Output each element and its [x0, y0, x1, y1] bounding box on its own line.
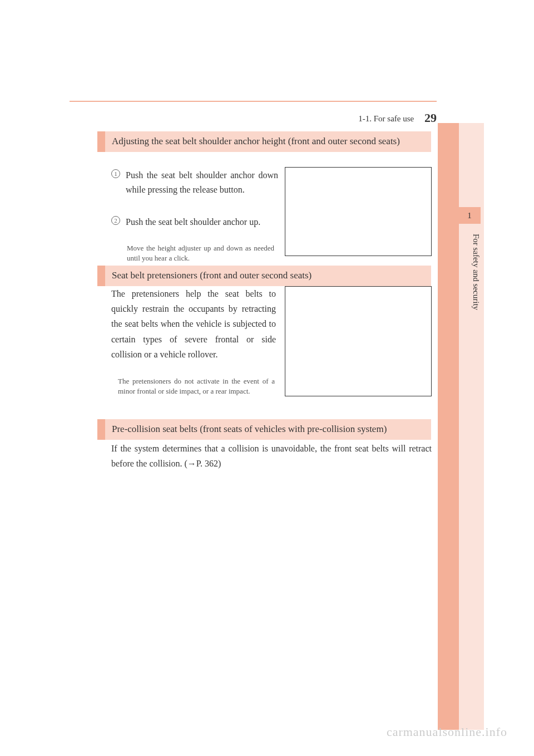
- section-heading-3-text: Pre-collision seat belts (front seats of…: [105, 419, 431, 440]
- section-heading-3: Pre-collision seat belts (front seats of…: [97, 419, 431, 440]
- illustration-placeholder-1: [285, 167, 432, 256]
- section-accent-bar: [97, 266, 105, 286]
- section-accent-bar: [97, 419, 105, 440]
- section-heading-1-text: Adjusting the seat belt shoulder anchor …: [105, 131, 431, 152]
- side-tab-chapter: 1: [458, 207, 481, 224]
- list-item-1-text: Push the seat belt shoulder anchor down …: [126, 168, 278, 197]
- list-item-2-subnote: Move the height adjuster up and down as …: [127, 243, 274, 263]
- section-heading-1: Adjusting the seat belt shoulder anchor …: [97, 131, 431, 152]
- section-heading-2: Seat belt pretensioners (front and outer…: [97, 266, 431, 286]
- list-item-2: 2 Push the seat belt shoulder anchor up.: [111, 215, 278, 229]
- section-label-text: 1-1. For safe use: [358, 114, 414, 123]
- section-2-para: The pretensioners help the seat belts to…: [111, 286, 276, 362]
- watermark-text: carmanualsonline.info: [0, 725, 534, 739]
- circled-number-icon: 1: [111, 169, 120, 178]
- side-tab-inner: [438, 123, 459, 730]
- page-number-text: 29: [424, 111, 437, 125]
- side-tab-title: For safety and security: [458, 234, 481, 310]
- section-heading-2-text: Seat belt pretensioners (front and outer…: [105, 266, 431, 286]
- list-item-2-text: Push the seat belt shoulder anchor up.: [126, 215, 260, 229]
- section-3-para: If the system determines that a collisio…: [111, 441, 432, 471]
- circled-number-icon: 2: [111, 216, 120, 225]
- illustration-placeholder-2: [285, 286, 432, 396]
- section-accent-bar: [97, 131, 105, 152]
- section-2-subnote: The pretensioners do not activate in the…: [118, 376, 275, 396]
- list-item-1: 1 Push the seat belt shoulder anchor dow…: [111, 168, 278, 197]
- header-rule: [70, 101, 437, 102]
- header-section-label: 1-1. For safe use 29: [278, 110, 437, 125]
